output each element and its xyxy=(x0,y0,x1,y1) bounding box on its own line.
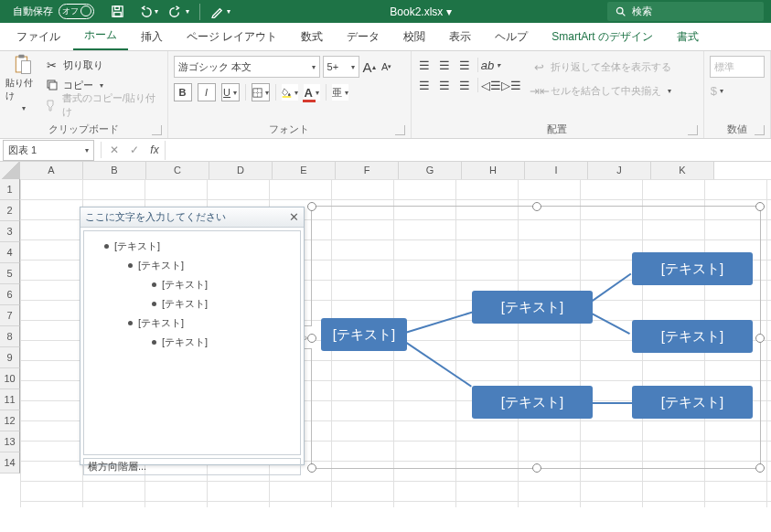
pen-icon[interactable]: ▾ xyxy=(207,2,234,22)
smartart-node[interactable]: [テキスト] xyxy=(472,291,593,324)
text-pane-item[interactable]: [テキスト] xyxy=(88,314,296,333)
align-center-button[interactable]: ☰ xyxy=(437,78,452,92)
align-left-button[interactable]: ☰ xyxy=(417,78,432,92)
title-bar: 自動保存 オフ ▾ ▾ ▾ Book2.xlsx ▾ 検索 xyxy=(0,0,771,23)
fx-icon[interactable]: fx xyxy=(145,144,165,156)
ribbon: 貼り付け▾ ✂切り取り コピー▾ 書式のコピー/貼り付け クリップボード 游ゴシ… xyxy=(0,51,771,139)
svg-rect-10 xyxy=(282,96,291,98)
smartart-node[interactable]: [テキスト] xyxy=(632,386,753,419)
row-headers[interactable]: 1234567891011121314 xyxy=(0,179,20,473)
group-number: 標準 $▾ 数値 xyxy=(704,51,771,138)
tab-5[interactable]: データ xyxy=(336,25,391,50)
tab-0[interactable]: ファイル xyxy=(5,25,71,50)
formula-bar: 図表 1▾ ✕ ✓ fx xyxy=(0,139,771,162)
smartart-text-pane[interactable]: ここに文字を入力してください ✕ [テキスト][テキスト][テキスト][テキスト… xyxy=(80,207,305,465)
worksheet[interactable]: ABCDEFGHIJK 1234567891011121314 › [テキスト]… xyxy=(0,162,771,507)
svg-point-3 xyxy=(616,7,623,14)
font-color-button[interactable]: A▾ xyxy=(304,84,320,101)
paste-button[interactable]: 貼り付け▾ xyxy=(5,54,40,112)
svg-rect-9 xyxy=(252,88,261,96)
search-icon xyxy=(615,5,626,17)
window-title: Book2.xlsx ▾ xyxy=(234,5,607,18)
group-label-font: フォント xyxy=(174,122,405,137)
font-name-select[interactable]: 游ゴシック 本文▾ xyxy=(174,56,320,78)
group-label-clipboard: クリップボード xyxy=(5,122,162,137)
select-all-corner[interactable] xyxy=(0,162,21,180)
group-font: 游ゴシック 本文▾ 5+▾ A▴ A▾ B I U▾ ▾ ▾ A▾ 亜▾ フォン… xyxy=(168,51,412,138)
merge-icon: ⇥⇤ xyxy=(532,83,547,98)
text-pane-item[interactable]: [テキスト] xyxy=(88,333,296,352)
name-box[interactable]: 図表 1▾ xyxy=(3,140,94,161)
align-right-button[interactable]: ☰ xyxy=(457,78,472,92)
align-middle-button[interactable]: ☰ xyxy=(437,58,452,72)
font-size-select[interactable]: 5+▾ xyxy=(323,56,359,78)
border-button[interactable]: ▾ xyxy=(252,83,270,101)
redo-icon[interactable]: ▾ xyxy=(166,2,193,22)
group-label-number: 数値 xyxy=(710,122,765,137)
smartart-node[interactable]: [テキスト] xyxy=(632,252,753,285)
smartart-node[interactable]: [テキスト] xyxy=(632,320,753,353)
svg-rect-1 xyxy=(114,6,119,10)
smartart-object[interactable]: › [テキスト][テキスト][テキスト][テキスト][テキスト][テキスト] xyxy=(311,206,761,469)
text-pane-item[interactable]: [テキスト] xyxy=(88,275,296,294)
undo-icon[interactable]: ▾ xyxy=(134,2,162,22)
copy-icon xyxy=(45,78,59,92)
search-box[interactable]: 検索 xyxy=(607,2,764,21)
group-label-alignment: 配置 xyxy=(417,122,698,137)
phonetic-button[interactable]: 亜▾ xyxy=(332,84,348,101)
tab-9[interactable]: SmartArt のデザイン xyxy=(541,25,664,50)
text-pane-item[interactable]: [テキスト] xyxy=(88,256,296,275)
accounting-button[interactable]: $▾ xyxy=(710,83,724,98)
svg-rect-6 xyxy=(21,61,30,74)
smartart-node[interactable]: [テキスト] xyxy=(321,318,407,351)
smartart-node[interactable]: [テキスト] xyxy=(472,386,593,419)
fill-color-button[interactable]: ▾ xyxy=(282,84,298,101)
text-pane-item[interactable]: [テキスト] xyxy=(88,294,296,314)
text-pane-body[interactable]: [テキスト][テキスト][テキスト][テキスト][テキスト][テキスト] xyxy=(83,230,301,455)
underline-button[interactable]: U▾ xyxy=(221,83,240,101)
indent-decrease-button[interactable]: ◁☰ xyxy=(484,78,498,92)
column-headers[interactable]: ABCDEFGHIJK xyxy=(20,162,771,180)
tab-4[interactable]: 数式 xyxy=(290,25,334,50)
group-clipboard: 貼り付け▾ ✂切り取り コピー▾ 書式のコピー/貼り付け クリップボード xyxy=(0,51,168,138)
brush-icon xyxy=(45,98,59,112)
svg-rect-8 xyxy=(49,82,57,90)
format-painter-button[interactable]: 書式のコピー/貼り付け xyxy=(42,96,162,114)
grow-font-button[interactable]: A▴ xyxy=(362,59,377,74)
align-bottom-button[interactable]: ☰ xyxy=(457,58,472,72)
save-icon[interactable] xyxy=(103,2,131,22)
autosave-toggle[interactable]: 自動保存 オフ xyxy=(7,4,100,19)
number-format-select[interactable]: 標準 xyxy=(710,56,765,78)
ribbon-tabs: ファイルホーム挿入ページ レイアウト数式データ校閲表示ヘルプSmartArt の… xyxy=(0,23,771,51)
wrap-icon: ↩ xyxy=(532,59,547,74)
text-pane-footer[interactable]: 横方向階層... xyxy=(83,458,301,475)
cancel-icon[interactable]: ✕ xyxy=(104,144,124,156)
tab-2[interactable]: 挿入 xyxy=(130,25,174,50)
tab-6[interactable]: 校閲 xyxy=(392,25,436,50)
svg-rect-5 xyxy=(18,55,24,59)
tab-1[interactable]: ホーム xyxy=(73,23,128,50)
indent-increase-button[interactable]: ▷☰ xyxy=(504,78,519,92)
tab-10[interactable]: 書式 xyxy=(666,25,710,50)
tab-7[interactable]: 表示 xyxy=(438,25,482,50)
cut-button[interactable]: ✂切り取り xyxy=(42,56,162,74)
align-top-button[interactable]: ☰ xyxy=(417,58,432,72)
bold-button[interactable]: B xyxy=(174,83,192,101)
merge-center-button[interactable]: ⇥⇤セルを結合して中央揃え▾ xyxy=(530,81,674,100)
close-icon[interactable]: ✕ xyxy=(289,210,299,224)
text-pane-item[interactable]: [テキスト] xyxy=(88,237,296,256)
search-placeholder: 検索 xyxy=(632,5,652,18)
enter-icon[interactable]: ✓ xyxy=(124,144,145,156)
wrap-text-button[interactable]: ↩折り返して全体を表示する xyxy=(530,58,674,76)
text-pane-titlebar[interactable]: ここに文字を入力してください ✕ xyxy=(80,207,304,228)
shrink-font-button[interactable]: A▾ xyxy=(380,59,394,74)
tab-3[interactable]: ページ レイアウト xyxy=(176,25,288,50)
orientation-button[interactable]: ab▾ xyxy=(484,58,498,72)
formula-input[interactable] xyxy=(165,141,771,160)
group-alignment: ☰ ☰ ☰ ab▾ ☰ ☰ ☰ ◁☰ ▷☰ ↩折り返して全体を表示する ⇥⇤セル… xyxy=(412,51,704,138)
scissors-icon: ✂ xyxy=(45,58,59,72)
italic-button[interactable]: I xyxy=(198,83,216,101)
svg-rect-2 xyxy=(113,12,121,16)
tab-8[interactable]: ヘルプ xyxy=(484,25,539,50)
